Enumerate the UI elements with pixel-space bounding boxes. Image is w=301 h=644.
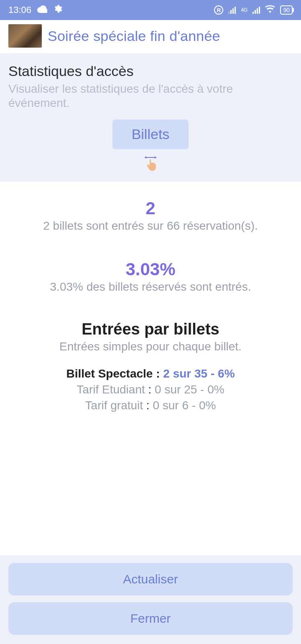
page-subtitle: Visualiser les statistiques de l'accès à…	[8, 82, 293, 110]
wifi-icon	[265, 5, 275, 15]
entry-value: 2 sur 35 - 6%	[163, 367, 235, 380]
event-thumbnail	[8, 24, 42, 48]
status-bar: 13:06 R 4G 90	[0, 0, 301, 20]
entry-value: 0 sur 6 - 0%	[153, 399, 216, 412]
stats-intro: Statistiques d'accès Visualiser les stat…	[0, 54, 301, 182]
registered-icon: R	[214, 5, 223, 15]
status-time: 13:06	[8, 5, 31, 15]
battery-icon: 90	[280, 5, 293, 15]
stat-count-value: 2	[8, 198, 293, 218]
network-label: 4G	[241, 8, 247, 12]
footer-actions: Actualiser Fermer	[0, 555, 301, 644]
close-button[interactable]: Fermer	[8, 602, 293, 635]
signal-icon-2	[253, 6, 260, 14]
stat-entered-percent: 3.03% 3.03% des billets réservés sont en…	[8, 259, 293, 294]
entry-label: Tarif gratuit	[85, 399, 143, 412]
entry-row-gratuit: Tarif gratuit : 0 sur 6 - 0%	[8, 398, 293, 413]
tab-billets[interactable]: Billets	[112, 119, 189, 149]
entries-title: Entrées par billets	[8, 320, 293, 338]
stat-entered-count: 2 2 billets sont entrés sur 66 réservati…	[8, 198, 293, 233]
event-title: Soirée spéciale fin d'année	[48, 28, 220, 44]
stat-percent-value: 3.03%	[8, 259, 293, 279]
gear-icon	[53, 4, 62, 16]
entry-label: Billet Spectacle	[66, 367, 153, 380]
stat-percent-label: 3.03% des billets réservés sont entrés.	[8, 280, 293, 294]
entry-row-spectacle: Billet Spectacle : 2 sur 35 - 6%	[8, 366, 293, 382]
entries-subtitle: Entrées simples pour chaque billet.	[8, 340, 293, 353]
page-title: Statistiques d'accès	[8, 63, 293, 79]
swipe-hand-icon	[142, 155, 159, 172]
entry-label: Tarif Etudiant	[77, 383, 145, 396]
signal-icon	[228, 6, 236, 14]
refresh-button[interactable]: Actualiser	[8, 563, 293, 596]
stats-content: 2 2 billets sont entrés sur 66 réservati…	[0, 182, 301, 558]
entry-value: 0 sur 25 - 0%	[155, 383, 224, 396]
entry-row-etudiant: Tarif Etudiant : 0 sur 25 - 0%	[8, 382, 293, 398]
event-header: Soirée spéciale fin d'année	[0, 20, 301, 54]
cloud-icon	[37, 5, 47, 15]
stat-count-label: 2 billets sont entrés sur 66 réservation…	[8, 219, 293, 233]
